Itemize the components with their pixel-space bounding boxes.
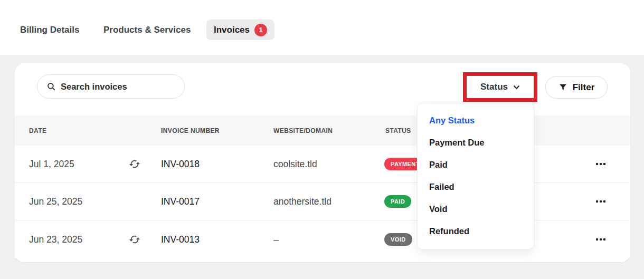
status-badge: PAID: [384, 195, 411, 208]
invoice-domain: coolsite.tld: [273, 159, 317, 170]
status-annotation-box: Status: [463, 72, 537, 102]
ellipsis-icon: [596, 200, 598, 203]
status-badge-wrap: PAID: [384, 195, 411, 208]
status-dropdown-item[interactable]: Failed: [418, 176, 534, 198]
tab-bar: Billing Details Products & Services Invo…: [0, 0, 644, 55]
ellipsis-icon: [596, 163, 598, 165]
status-dropdown-item[interactable]: Any Status: [418, 109, 534, 131]
invoice-date: Jul 1, 2025: [29, 159, 74, 170]
invoices-count-badge: 1: [254, 24, 267, 36]
recurring-sync-icon: [129, 234, 140, 245]
invoice-domain: anothersite.tld: [273, 196, 332, 207]
table-row[interactable]: Jun 25, 2025 INV-0017 anothersite.tld PA…: [15, 183, 630, 220]
invoice-domain: –: [273, 234, 279, 245]
ellipsis-icon: [596, 238, 598, 240]
column-header-status: STATUS: [385, 127, 411, 134]
row-actions-button[interactable]: [589, 194, 612, 209]
search-icon: [46, 82, 56, 91]
search-input[interactable]: [61, 82, 177, 92]
column-header-date: DATE: [29, 127, 46, 134]
status-dropdown-item[interactable]: Payment Due: [418, 131, 534, 153]
column-header-domain: WEBSITE/DOMAIN: [273, 127, 333, 134]
status-dropdown-item[interactable]: Paid: [418, 153, 534, 176]
table-header: DATE INVOICE NUMBER WEBSITE/DOMAIN STATU…: [15, 116, 630, 146]
filter-funnel-icon: [558, 83, 567, 92]
chevron-down-icon: [513, 85, 520, 90]
invoice-number: INV-0018: [161, 159, 200, 170]
table-body: Jul 1, 2025 INV-0018 coolsite.tld PAYMEN…: [15, 146, 630, 258]
search-invoices-box: [37, 74, 185, 99]
tab-invoices-label: Invoices: [214, 25, 250, 35]
row-actions-button[interactable]: [589, 232, 612, 247]
invoice-number: INV-0013: [161, 234, 200, 245]
table-row[interactable]: Jun 23, 2025 INV-0013 – VOID: [15, 220, 630, 258]
invoice-number: INV-0017: [161, 196, 200, 207]
status-button-label: Status: [480, 82, 508, 92]
status-dropdown-button[interactable]: Status: [480, 82, 520, 92]
row-actions-button[interactable]: [589, 156, 612, 172]
status-dropdown-item[interactable]: Void: [418, 198, 534, 220]
column-header-invoice: INVOICE NUMBER: [161, 127, 220, 134]
status-dropdown-menu: Any Status Payment Due Paid Failed Void …: [417, 103, 534, 249]
invoices-card: Status Filter DATE INVOICE NUMBER WEBSIT…: [15, 63, 630, 262]
filter-button-label: Filter: [573, 82, 595, 93]
status-dropdown-item[interactable]: Refunded: [418, 220, 534, 242]
invoice-date: Jun 23, 2025: [29, 234, 82, 245]
table-row[interactable]: Jul 1, 2025 INV-0018 coolsite.tld PAYMEN…: [15, 146, 630, 183]
status-badge-wrap: VOID: [384, 233, 412, 246]
recurring-sync-icon: [129, 158, 140, 170]
tab-products-services[interactable]: Products & Services: [103, 20, 191, 40]
filter-button[interactable]: Filter: [545, 76, 608, 99]
invoice-date: Jun 25, 2025: [29, 196, 82, 207]
status-badge: VOID: [384, 233, 412, 246]
tab-invoices[interactable]: Invoices 1: [206, 20, 274, 40]
tab-billing-details[interactable]: Billing Details: [20, 20, 79, 40]
